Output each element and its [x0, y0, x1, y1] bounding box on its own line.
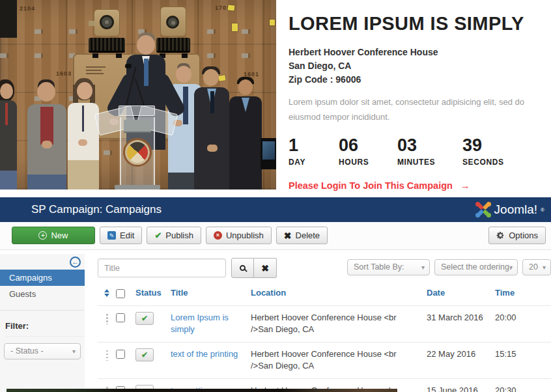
sidebar-item-campaigns[interactable]: Campaigns — [0, 270, 85, 286]
x-icon: ✖ — [284, 231, 292, 241]
status-toggle-button[interactable]: ✔ — [135, 348, 154, 361]
countdown-timer: 1 DAY 06 HOURS 03 MINUTES 39 SECONDS — [289, 135, 548, 167]
audience-member — [27, 77, 66, 189]
search-input[interactable] — [98, 259, 226, 277]
published-check-icon: ✔ — [141, 351, 148, 359]
circle-x-icon: × — [214, 231, 222, 240]
list-limit-select[interactable]: 20 ▾ — [522, 259, 551, 275]
countdown-hours: 06 HOURS — [339, 135, 397, 167]
table-row: ✔ text of the printing Herbert Hoover Co… — [98, 342, 551, 378]
edit-button[interactable]: ✎ Edit — [100, 227, 142, 244]
location-cell: Herbert Hoover Conference House <br />Sa… — [251, 348, 427, 372]
clear-x-icon: ✖ — [261, 263, 269, 273]
campaign-title-link[interactable]: text of the printing — [171, 348, 247, 360]
podium-seal — [123, 138, 152, 167]
countdown-minutes: 03 MINUTES — [397, 135, 462, 167]
delete-button[interactable]: ✖ Delete — [276, 227, 328, 244]
tv-monitor — [261, 138, 276, 169]
sort-table-by-select[interactable]: Sort Table By: ▾ — [347, 259, 430, 275]
pencil-icon: ✎ — [107, 231, 116, 240]
ordering-sort-icon[interactable] — [104, 289, 110, 297]
sidebar-divider — [0, 310, 85, 311]
column-header-location[interactable]: Location — [251, 288, 427, 298]
column-header-date[interactable]: Date — [427, 288, 495, 298]
sidebar-item-guests[interactable]: Guests — [0, 286, 85, 302]
clear-search-button[interactable]: ✖ — [254, 258, 277, 278]
audience-member — [66, 77, 100, 189]
admin-sidebar: ← Campaigns Guests Filter: - Status - ▾ — [0, 254, 85, 392]
admin-toolbar: + New ✎ Edit ✔ Publish × Unpublish ✖ Del… — [0, 222, 551, 250]
venue-name: Herbert Hoover Conference House — [289, 46, 548, 59]
date-cell: 22 May 2016 — [427, 348, 495, 360]
plus-circle-icon: + — [38, 231, 47, 240]
date-cell: 15 June 2016 — [427, 385, 495, 392]
countdown-days: 1 DAY — [289, 135, 339, 167]
page-title: SP Campaign: Campaigns — [31, 197, 162, 222]
table-row: ✔ Lorem Ipsum is simply Herbert Hoover C… — [98, 305, 551, 342]
chevron-down-icon: ▾ — [509, 260, 513, 275]
new-button[interactable]: + New — [12, 227, 95, 244]
chevron-down-icon: ▾ — [72, 344, 76, 359]
time-cell: 20:30 — [495, 385, 551, 392]
collapse-sidebar-icon[interactable]: ← — [70, 257, 81, 268]
crate-stencil: 1603 — [56, 70, 72, 77]
app-window: 2104 1701 1603 1601 — [0, 0, 551, 392]
venue-city: San Diego, CA — [289, 59, 548, 73]
column-header-status[interactable]: Status — [135, 288, 171, 298]
column-header-time[interactable]: Time — [495, 288, 551, 298]
sensor-equipment-unit — [89, 5, 125, 59]
table-header-row: Status Title Location Date Time — [98, 284, 551, 305]
joomla-logo: Joomla!® — [475, 202, 544, 217]
status-filter-select[interactable]: - Status - ▾ — [4, 343, 81, 359]
campaign-press-photo: 2104 1701 1603 1601 — [0, 0, 276, 189]
publish-button[interactable]: ✔ Publish — [147, 227, 201, 244]
unpublish-button[interactable]: × Unpublish — [206, 227, 272, 244]
chevron-down-icon: ▾ — [543, 260, 546, 275]
filter-label: Filter: — [5, 321, 85, 337]
row-checkbox[interactable] — [116, 350, 125, 359]
list-filter-bar: ✖ Sort Table By: ▾ Select the ordering. … — [98, 255, 551, 284]
login-to-join-link[interactable]: Please Login To Join This Campaign→ — [289, 180, 548, 191]
status-toggle-button[interactable]: ✔ — [135, 312, 154, 325]
countdown-seconds: 39 SECONDS — [462, 135, 504, 167]
yellow-tag — [232, 23, 238, 31]
row-checkbox[interactable] — [116, 313, 125, 322]
joomla-logo-icon — [475, 202, 491, 217]
location-cell: Herbert Hoover Conference House <br />Sa… — [251, 312, 427, 335]
time-cell: 15:15 — [495, 348, 551, 360]
admin-header-bar: SP Campaign: Campaigns Joomla!® — [0, 197, 551, 222]
campaign-description: Lorem ipsum dolor sit amet, consectetur … — [289, 94, 548, 124]
ordering-select[interactable]: Select the ordering. ▾ — [434, 259, 518, 275]
search-icon — [240, 265, 246, 271]
sidebar-collapse-row: ← — [0, 254, 85, 270]
search-button[interactable] — [231, 258, 254, 278]
date-cell: 31 March 2016 — [427, 312, 495, 324]
chevron-down-icon: ▾ — [421, 260, 425, 275]
column-header-title[interactable]: Title — [171, 288, 251, 298]
venue-block: Herbert Hoover Conference House San Dieg… — [289, 46, 548, 87]
next-photo-peek — [7, 389, 397, 392]
audience-member — [0, 79, 17, 189]
campaign-list-panel: ✖ Sort Table By: ▾ Select the ordering. … — [98, 255, 551, 392]
options-button[interactable]: Options — [488, 227, 546, 244]
podium — [96, 104, 178, 189]
audience-member — [229, 77, 262, 189]
crate-stencil: 2104 — [20, 5, 35, 12]
photo-corner-shadow — [0, 0, 17, 38]
gear-icon — [496, 231, 505, 240]
published-check-icon: ✔ — [141, 315, 148, 322]
row-drag-handle[interactable] — [106, 314, 108, 324]
yellow-tag — [270, 20, 275, 25]
arrow-right-icon: → — [460, 180, 470, 191]
check-icon: ✔ — [154, 231, 162, 240]
yellow-tag — [228, 5, 235, 10]
row-drag-handle[interactable] — [106, 350, 108, 361]
campaign-title-link[interactable]: Lorem Ipsum is simply — [171, 312, 251, 335]
campaign-title: LOREM IPSUM IS SIMPLY — [289, 5, 548, 35]
venue-zip: Zip Code : 96006 — [289, 73, 548, 87]
time-cell: 20:00 — [495, 312, 551, 324]
campaign-details: LOREM IPSUM IS SIMPLY Herbert Hoover Con… — [289, 5, 548, 191]
select-all-checkbox[interactable] — [116, 289, 125, 298]
audience-member — [194, 66, 229, 189]
